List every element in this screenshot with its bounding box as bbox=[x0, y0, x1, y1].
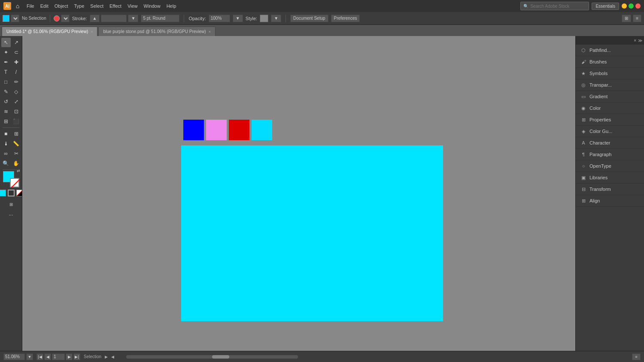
fill-select[interactable] bbox=[11, 15, 19, 22]
status-arrow-right[interactable]: ▶ bbox=[105, 355, 108, 359]
panel-toggle-btn[interactable]: ≡ bbox=[632, 353, 641, 360]
direct-select-tool[interactable]: ↗ bbox=[12, 38, 21, 47]
paintbrush-tool[interactable]: ✏ bbox=[12, 77, 21, 87]
menu-type[interactable]: Type bbox=[72, 3, 87, 9]
tab-close-0[interactable]: × bbox=[91, 30, 93, 34]
close-button[interactable] bbox=[635, 3, 641, 9]
panel-brushes[interactable]: 🖌 Brushes bbox=[576, 56, 644, 68]
stroke-small-btn[interactable] bbox=[8, 190, 15, 196]
swatch-red[interactable] bbox=[229, 120, 249, 140]
pencil-tool[interactable]: ✎ bbox=[1, 87, 11, 97]
scissors-tool[interactable]: ✂ bbox=[12, 149, 21, 158]
panel-pathfinder[interactable]: ⬡ Pathfind... bbox=[576, 45, 644, 56]
panel-libraries[interactable]: ▣ Libraries bbox=[576, 172, 644, 184]
preferences-button[interactable]: Preferences bbox=[331, 15, 360, 22]
eyedropper-tool[interactable]: 🌡 bbox=[1, 139, 11, 148]
back-artboard-btn[interactable]: ◀ bbox=[44, 353, 51, 360]
symbol-sprayer-tool[interactable]: ⊞ bbox=[6, 199, 16, 209]
menu-file[interactable]: File bbox=[24, 3, 37, 9]
swatch-blue[interactable] bbox=[183, 120, 204, 140]
select-tool[interactable]: ↖ bbox=[1, 38, 11, 47]
doc-setup-button[interactable]: Document Setup bbox=[290, 15, 328, 22]
more-tools-btn[interactable]: ··· bbox=[6, 210, 16, 220]
shape-builder-tool[interactable]: ⊞ bbox=[1, 117, 11, 126]
swatch-pink[interactable] bbox=[206, 120, 227, 140]
style-down-btn[interactable]: ▼ bbox=[271, 15, 281, 22]
menu-edit[interactable]: Edit bbox=[38, 3, 51, 9]
menu-select[interactable]: Select bbox=[88, 3, 106, 9]
panel-align[interactable]: ⊞ Align bbox=[576, 195, 644, 207]
add-anchor-tool[interactable]: ✚ bbox=[12, 57, 21, 67]
warp-tool[interactable]: ≋ bbox=[1, 107, 11, 116]
last-artboard-btn[interactable]: ▶| bbox=[73, 353, 80, 360]
down-btn[interactable]: ▼ bbox=[128, 15, 138, 22]
opacity-down-btn[interactable]: ▼ bbox=[233, 15, 243, 22]
search-input[interactable] bbox=[530, 4, 586, 9]
canvas-area[interactable] bbox=[22, 36, 575, 351]
free-transform-tool[interactable]: ⊡ bbox=[12, 107, 21, 116]
menu-help[interactable]: Help bbox=[164, 3, 179, 9]
scale-tool[interactable]: ⤢ bbox=[12, 97, 21, 106]
hand-tool[interactable]: ✋ bbox=[12, 159, 21, 168]
lasso-tool[interactable]: ⊂ bbox=[12, 48, 21, 57]
prev-artboard-btn[interactable]: |◀ bbox=[36, 353, 43, 360]
panel-symbols[interactable]: ★ Symbols bbox=[576, 68, 644, 79]
scroll-thumb[interactable] bbox=[212, 355, 229, 359]
extra-btn[interactable]: ≡ bbox=[633, 15, 641, 22]
panel-opentype[interactable]: ○ OpenType bbox=[576, 160, 644, 172]
swap-colors-icon[interactable]: ⇄ bbox=[17, 169, 20, 173]
maximize-button[interactable] bbox=[629, 3, 634, 9]
line-tool[interactable]: / bbox=[12, 67, 21, 77]
minimize-button[interactable] bbox=[622, 3, 627, 9]
menu-window[interactable]: Window bbox=[141, 3, 163, 9]
gradient-tool[interactable]: ■ bbox=[1, 129, 11, 139]
style-preview[interactable] bbox=[260, 15, 268, 22]
arrange-icons-btn[interactable]: ⊞ bbox=[622, 15, 631, 22]
panel-color-guide[interactable]: ◈ Color Gu... bbox=[576, 126, 644, 137]
panel-color[interactable]: ◉ Color bbox=[576, 103, 644, 114]
tab-untitled[interactable]: Untitled-1* @ 51.06% (RGB/GPU Preview) × bbox=[2, 27, 97, 36]
mesh-tool[interactable]: ⊞ bbox=[12, 129, 21, 139]
tab-close-1[interactable]: × bbox=[209, 30, 211, 34]
panel-close-btn[interactable]: × bbox=[634, 38, 636, 43]
menu-effect[interactable]: Effect bbox=[107, 3, 124, 9]
zoom-down-btn[interactable]: ▼ bbox=[26, 353, 33, 360]
measure-tool[interactable]: 📏 bbox=[12, 139, 21, 148]
swatch-cyan[interactable] bbox=[252, 120, 272, 140]
panel-transparency[interactable]: ◎ Transpar... bbox=[576, 79, 644, 91]
panel-properties[interactable]: ⊞ Properties bbox=[576, 114, 644, 126]
next-artboard-btn[interactable]: ▶ bbox=[66, 353, 73, 360]
fill-small-btn[interactable] bbox=[0, 190, 6, 196]
brush-select[interactable] bbox=[61, 15, 70, 22]
pen-tool[interactable]: ✒ bbox=[1, 57, 11, 67]
artboard-number[interactable]: 1 bbox=[52, 353, 65, 360]
magic-wand-tool[interactable]: ✦ bbox=[1, 48, 11, 57]
panel-character[interactable]: A Character bbox=[576, 137, 644, 149]
zoom-tool[interactable]: 🔍 bbox=[1, 159, 11, 168]
status-arrow-left[interactable]: ◀ bbox=[111, 355, 114, 359]
gradient-small-btn[interactable] bbox=[16, 190, 23, 196]
panel-gradient[interactable]: ▭ Gradient bbox=[576, 91, 644, 103]
chart-tool[interactable]: ⬛ bbox=[12, 117, 21, 126]
stroke-width-input[interactable] bbox=[101, 15, 127, 22]
shaper-tool[interactable]: ◇ bbox=[12, 87, 21, 97]
tab-stone[interactable]: blue purple stone.psd @ 51.06% (RGB/GPU … bbox=[98, 27, 215, 36]
up-btn[interactable]: ▲ bbox=[90, 15, 100, 22]
fill-color-preview[interactable] bbox=[3, 15, 9, 22]
panel-paragraph[interactable]: ¶ Paragraph bbox=[576, 149, 644, 160]
brush-selector[interactable]: 5 pt. Round bbox=[141, 15, 179, 22]
panel-transform[interactable]: ⊟ Transform bbox=[576, 184, 644, 195]
panel-expand-btn[interactable]: ≫ bbox=[638, 38, 642, 43]
artboard[interactable] bbox=[181, 145, 443, 321]
rotate-tool[interactable]: ↺ bbox=[1, 97, 11, 106]
stroke-color[interactable] bbox=[10, 178, 19, 187]
workspace-button[interactable]: Essentials bbox=[592, 3, 619, 10]
menu-view[interactable]: View bbox=[125, 3, 140, 9]
opacity-value[interactable]: 100% bbox=[209, 15, 230, 22]
ai-home-icon[interactable]: ⌂ bbox=[14, 2, 21, 10]
zoom-input[interactable]: 51.06% bbox=[3, 353, 25, 360]
menu-object[interactable]: Object bbox=[52, 3, 71, 9]
rect-tool[interactable]: □ bbox=[1, 77, 11, 87]
type-tool[interactable]: T bbox=[1, 67, 11, 77]
scroll-bar[interactable] bbox=[126, 355, 298, 359]
